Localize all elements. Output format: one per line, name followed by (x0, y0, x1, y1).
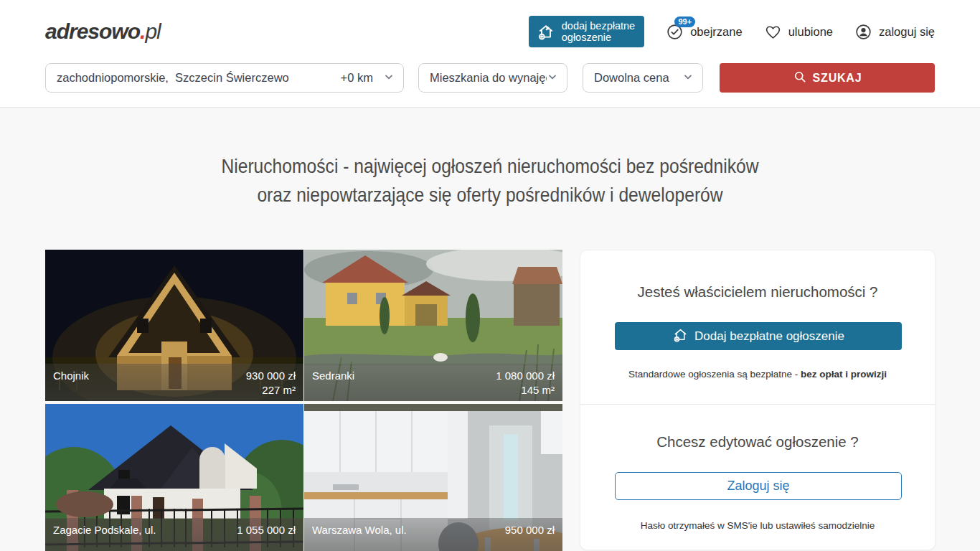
owner-section: Jesteś właścicielem nieruchomości ? Doda… (580, 250, 935, 404)
viewed-count-badge: 99+ (674, 17, 695, 27)
search-button-label: SZUKAJ (813, 72, 862, 85)
house-add-icon (537, 22, 555, 41)
price-value: Dowolna cena (594, 71, 682, 85)
heart-icon (764, 23, 782, 41)
listing-card[interactable]: Zagacie Podskale, ul. 1 055 000 zł (45, 404, 303, 551)
add-listing-button[interactable]: dodaj bezpłatne ogłoszenie (529, 16, 644, 47)
listing-price: 1 080 000 zł (496, 369, 555, 383)
site-logo[interactable]: adresowo.pl (45, 19, 161, 44)
logo-text: adresowo (45, 19, 140, 43)
check-circle-icon: 99+ (666, 23, 684, 41)
user-icon (854, 23, 872, 41)
edit-note: Hasło otrzymałeś w SMS'ie lub ustawiłeś … (615, 520, 900, 531)
listing-card[interactable]: Sedranki 1 080 000 zł 145 m² (304, 250, 562, 401)
chevron-down-icon (547, 71, 558, 85)
edit-section: Chcesz edytować ogłoszenie ? Zaloguj się… (580, 405, 935, 550)
house-add-icon (672, 326, 689, 347)
nav-viewed[interactable]: 99+ obejrzane (666, 23, 742, 41)
listing-name: Sedranki (312, 369, 354, 383)
login-button[interactable]: Zaloguj się (615, 472, 902, 500)
listing-overlay: Chojnik 930 000 zł 227 m² (45, 364, 303, 401)
search-icon (793, 70, 807, 87)
main-content: Nieruchomości - najwięcej ogłoszeń nieru… (0, 108, 980, 551)
location-value: zachodniopomorskie, Szczecin Świerczewo (57, 71, 341, 85)
listing-card[interactable]: Chojnik 930 000 zł 227 m² (45, 250, 303, 401)
listings-grid: Chojnik 930 000 zł 227 m² (45, 250, 562, 551)
location-input[interactable]: zachodniopomorskie, Szczecin Świerczewo … (45, 63, 404, 93)
listing-price: 950 000 zł (505, 523, 555, 537)
chevron-down-icon (682, 71, 694, 85)
add-free-listing-button[interactable]: Dodaj bezpłatne ogłoszenie (615, 322, 902, 350)
nav-login-label: zaloguj się (879, 25, 935, 39)
owner-note: Standardowe ogłoszenia są bezpłatne - be… (615, 369, 900, 380)
listing-price: 930 000 zł (246, 369, 296, 383)
nav-viewed-label: obejrzane (690, 25, 742, 39)
add-listing-label-line1: dodaj bezpłatne (562, 20, 635, 32)
listing-name: Zagacie Podskale, ul. (53, 523, 156, 537)
owner-title: Jesteś właścicielem nieruchomości ? (615, 283, 900, 301)
add-listing-label-line2: ogłoszenie (562, 32, 611, 43)
listing-overlay: Zagacie Podskale, ul. 1 055 000 zł (45, 518, 303, 551)
listing-name: Chojnik (53, 369, 89, 383)
chevron-down-icon (383, 71, 395, 85)
listing-area: 227 m² (53, 383, 296, 397)
login-button-label: Zaloguj się (727, 479, 789, 494)
listing-price: 1 055 000 zł (237, 523, 296, 537)
search-bar: zachodniopomorskie, Szczecin Świerczewo … (0, 63, 980, 108)
radius-value: +0 km (341, 71, 373, 85)
top-bar: adresowo.pl dodaj bezpłatne ogłoszenie (0, 0, 980, 63)
listing-name: Warszawa Wola, ul. (312, 523, 407, 537)
nav-favorites[interactable]: ulubione (764, 23, 833, 41)
listing-overlay: Warszawa Wola, ul. 950 000 zł (304, 518, 562, 551)
listing-card[interactable]: Warszawa Wola, ul. 950 000 zł (304, 404, 562, 551)
category-select[interactable]: Mieszkania do wynajęc (418, 63, 567, 93)
price-select[interactable]: Dowolna cena (583, 63, 703, 93)
owner-panel: Jesteś właścicielem nieruchomości ? Doda… (580, 250, 936, 550)
logo-tld: pl (145, 19, 160, 43)
listing-overlay: Sedranki 1 080 000 zł 145 m² (304, 364, 562, 401)
search-button[interactable]: SZUKAJ (720, 63, 935, 93)
page-title: Nieruchomości - najwięcej ogłoszeń nieru… (59, 152, 921, 209)
edit-title: Chcesz edytować ogłoszenie ? (615, 433, 900, 451)
category-value: Mieszkania do wynajęc (430, 71, 547, 85)
nav-favorites-label: ulubione (788, 25, 833, 39)
add-free-listing-label: Dodaj bezpłatne ogłoszenie (694, 329, 844, 344)
listing-area: 145 m² (312, 383, 555, 397)
nav-login[interactable]: zaloguj się (854, 23, 935, 41)
